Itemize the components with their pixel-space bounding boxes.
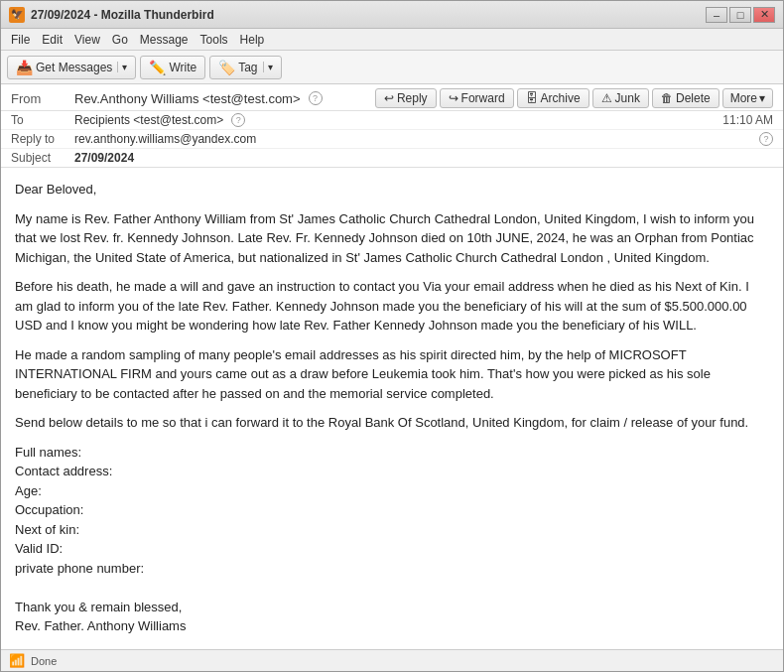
archive-icon: 🗄 [526, 91, 538, 105]
from-label: From [11, 91, 70, 106]
greeting: Dear Beloved, [15, 180, 769, 200]
field-age: Age: [15, 481, 769, 501]
action-buttons: ↩ Reply ↪ Forward 🗄 Archive ⚠ Junk 🗑 [375, 88, 773, 108]
menu-edit[interactable]: Edit [36, 31, 68, 49]
status-icon: 📶 [9, 653, 25, 668]
body-paragraph-4: Send below details to me so that i can f… [15, 413, 769, 433]
to-value: Recipients <test@test.com> [74, 113, 223, 127]
field-fullnames: Full names: [15, 443, 769, 463]
status-text: Done [31, 655, 57, 667]
to-verify-icon[interactable]: ? [231, 113, 245, 127]
delete-button[interactable]: 🗑 Delete [652, 88, 719, 108]
menu-tools[interactable]: Tools [195, 31, 234, 49]
app-icon: 🦅 [9, 7, 25, 23]
field-validid: Valid ID: [15, 539, 769, 559]
tag-button[interactable]: 🏷️ Tag ▾ [209, 56, 281, 79]
write-icon: ✏️ [149, 60, 166, 75]
get-messages-label: Get Messages [36, 61, 112, 74]
subject-label: Subject [11, 151, 70, 165]
tag-icon: 🏷️ [218, 60, 235, 75]
delete-icon: 🗑 [661, 91, 673, 105]
field-nextofkin: Next of kin: [15, 520, 769, 540]
more-arrow-icon: ▾ [759, 91, 765, 105]
get-messages-arrow-icon[interactable]: ▾ [117, 62, 127, 72]
email-body: Dear Beloved, My name is Rev. Father Ant… [1, 168, 783, 649]
from-verify-icon[interactable]: ? [309, 91, 323, 105]
archive-label: Archive [541, 91, 581, 105]
replyto-verify-icon[interactable]: ? [759, 132, 773, 146]
replyto-label: Reply to [11, 132, 70, 146]
from-value: Rev.Anthony Williams <test@test.com> [74, 91, 301, 106]
subject-value: 27/09/2024 [74, 151, 773, 165]
window-title: 27/09/2024 - Mozilla Thunderbird [31, 8, 214, 22]
email-time: 11:10 AM [722, 113, 773, 127]
reply-label: Reply [397, 91, 428, 105]
body-paragraph-1: My name is Rev. Father Anthony William f… [15, 209, 769, 268]
menu-bar: File Edit View Go Message Tools Help [1, 29, 783, 51]
tag-arrow-icon[interactable]: ▾ [263, 62, 273, 72]
junk-icon: ⚠ [601, 91, 612, 105]
field-contact: Contact address: [15, 462, 769, 481]
more-label: More [730, 91, 757, 105]
replyto-value: rev.anthony.williams@yandex.com [74, 132, 751, 146]
sign-name: Rev. Father. Anthony Williams [15, 616, 769, 636]
forward-icon: ↪ [449, 91, 458, 105]
status-bar: 📶 Done [1, 649, 783, 671]
body-fields-section: Full names: Contact address: Age: Occupa… [15, 443, 769, 579]
forward-button[interactable]: ↪ Forward [440, 88, 514, 108]
menu-view[interactable]: View [68, 31, 106, 49]
tag-label: Tag [238, 61, 257, 74]
body-paragraph-2: Before his death, he made a will and gav… [15, 277, 769, 336]
close-button[interactable]: ✕ [753, 7, 775, 23]
main-toolbar: 📥 Get Messages ▾ ✏️ Write 🏷️ Tag ▾ [1, 51, 783, 84]
minimize-button[interactable]: – [706, 7, 727, 23]
junk-button[interactable]: ⚠ Junk [592, 88, 649, 108]
archive-button[interactable]: 🗄 Archive [517, 88, 589, 108]
sign-thanks: Thank you & remain blessed, [15, 598, 769, 617]
maximize-button[interactable]: □ [729, 7, 751, 23]
body-paragraph-3: He made a random sampling of many people… [15, 345, 769, 404]
delete-label: Delete [676, 91, 711, 105]
menu-file[interactable]: File [5, 31, 36, 49]
field-occupation: Occupation: [15, 500, 769, 520]
forward-label: Forward [461, 91, 505, 105]
email-header: From Rev.Anthony Williams <test@test.com… [1, 84, 783, 168]
get-messages-button[interactable]: 📥 Get Messages ▾ [7, 56, 136, 79]
window-controls: – □ ✕ [706, 7, 775, 23]
menu-help[interactable]: Help [234, 31, 271, 49]
reply-button[interactable]: ↩ Reply [375, 88, 437, 108]
menu-message[interactable]: Message [134, 31, 195, 49]
field-phone: private phone number: [15, 559, 769, 579]
write-label: Write [169, 61, 196, 74]
junk-label: Junk [615, 91, 640, 105]
title-bar: 🦅 27/09/2024 - Mozilla Thunderbird – □ ✕ [1, 1, 783, 29]
more-button[interactable]: More ▾ [722, 88, 773, 108]
from-row-left: From Rev.Anthony Williams <test@test.com… [11, 91, 323, 106]
to-label: To [11, 113, 70, 127]
reply-icon: ↩ [384, 91, 394, 105]
main-window: 🦅 27/09/2024 - Mozilla Thunderbird – □ ✕… [0, 0, 784, 672]
title-bar-left: 🦅 27/09/2024 - Mozilla Thunderbird [9, 7, 214, 23]
menu-go[interactable]: Go [106, 31, 134, 49]
get-messages-icon: 📥 [16, 60, 33, 75]
write-button[interactable]: ✏️ Write [140, 56, 205, 79]
